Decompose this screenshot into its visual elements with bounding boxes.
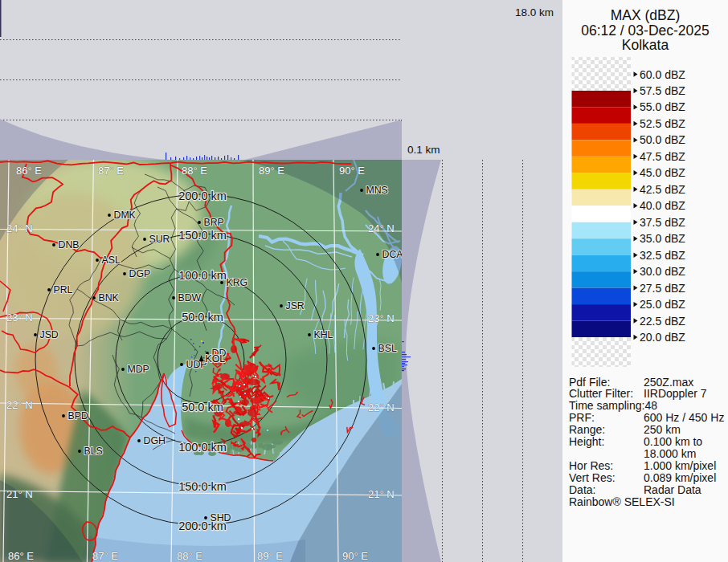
svg-text:Vert Res:: Vert Res:: [569, 471, 616, 484]
svg-text:ASL: ASL: [102, 255, 121, 266]
svg-text:22° N: 22° N: [368, 401, 395, 413]
svg-text:88° E: 88° E: [182, 165, 207, 177]
svg-text:100.0 km: 100.0 km: [178, 441, 227, 454]
svg-text:Range:: Range:: [569, 423, 605, 436]
svg-text:BLS: BLS: [84, 446, 103, 457]
svg-text:24° N: 24° N: [368, 222, 395, 234]
svg-text:IIRDoppler 7: IIRDoppler 7: [644, 387, 707, 400]
svg-text:Hor Res:: Hor Res:: [569, 459, 613, 472]
svg-text:Kolkata: Kolkata: [622, 37, 669, 53]
svg-text:JSD: JSD: [40, 329, 59, 340]
svg-text:250 km: 250 km: [644, 423, 681, 436]
svg-text:100.0 km: 100.0 km: [178, 269, 227, 282]
svg-text:MNS: MNS: [366, 185, 388, 196]
svg-text:42.5 dBZ: 42.5 dBZ: [640, 183, 685, 196]
svg-text:1.000 km/pixel: 1.000 km/pixel: [644, 459, 716, 472]
svg-text:KOL: KOL: [206, 353, 226, 364]
svg-text:PRF:: PRF:: [569, 411, 595, 424]
svg-text:Rainbow® SELEX-SI: Rainbow® SELEX-SI: [569, 495, 675, 508]
svg-text:47.5 dBZ: 47.5 dBZ: [640, 150, 685, 163]
svg-text:SUR: SUR: [149, 234, 170, 245]
svg-text:21° N: 21° N: [368, 488, 395, 500]
svg-text:18.0 km: 18.0 km: [515, 6, 554, 18]
svg-text:Time sampling:48: Time sampling:48: [569, 399, 657, 412]
svg-text:23° N: 23° N: [368, 312, 395, 324]
svg-text:50.0 km: 50.0 km: [182, 311, 223, 324]
svg-text:90° E: 90° E: [339, 165, 365, 177]
svg-text:87° E: 87° E: [98, 165, 124, 177]
svg-text:37.5 dBZ: 37.5 dBZ: [640, 216, 685, 229]
svg-text:UDP: UDP: [186, 359, 207, 370]
svg-text:27.5 dBZ: 27.5 dBZ: [640, 282, 685, 295]
svg-text:150.0 km: 150.0 km: [178, 229, 227, 242]
svg-text:89° E: 89° E: [259, 165, 284, 177]
svg-text:32.5 dBZ: 32.5 dBZ: [640, 249, 685, 262]
svg-text:DGH: DGH: [144, 435, 166, 446]
svg-text:Radar Data: Radar Data: [644, 483, 701, 496]
svg-text:BDW: BDW: [178, 292, 202, 303]
svg-text:DMK: DMK: [114, 210, 137, 221]
svg-text:86° E: 86° E: [16, 165, 42, 177]
svg-text:PRL: PRL: [54, 284, 73, 295]
svg-text:55.0 dBZ: 55.0 dBZ: [640, 100, 685, 113]
svg-text:BSL: BSL: [378, 343, 397, 354]
svg-text:30.0 dBZ: 30.0 dBZ: [640, 265, 685, 278]
svg-text:23° N: 23° N: [6, 312, 33, 324]
svg-text:Height:: Height:: [569, 435, 604, 448]
svg-text:MAX (dBZ): MAX (dBZ): [611, 7, 681, 23]
svg-text:52.5 dBZ: 52.5 dBZ: [640, 117, 685, 130]
svg-text:Pdf File:: Pdf File:: [569, 376, 610, 389]
svg-text:90° E: 90° E: [342, 550, 368, 562]
svg-text:0.1 km: 0.1 km: [407, 144, 440, 156]
svg-text:06:12 / 03-Dec-2025: 06:12 / 03-Dec-2025: [581, 22, 710, 39]
svg-text:24° N: 24° N: [6, 222, 33, 234]
svg-text:57.5 dBZ: 57.5 dBZ: [640, 84, 685, 97]
svg-text:SHD: SHD: [211, 512, 231, 523]
svg-text:Data:: Data:: [569, 483, 595, 496]
svg-text:35.0 dBZ: 35.0 dBZ: [640, 232, 685, 245]
svg-text:BNK: BNK: [99, 292, 120, 303]
svg-text:88° E: 88° E: [177, 550, 202, 562]
svg-text:22° N: 22° N: [6, 399, 33, 411]
svg-text:25.0 dBZ: 25.0 dBZ: [640, 298, 685, 311]
svg-text:20.0 dBZ: 20.0 dBZ: [640, 331, 685, 344]
svg-text:0.100 km to: 0.100 km to: [644, 435, 702, 448]
svg-text:60.0 dBZ: 60.0 dBZ: [640, 68, 685, 81]
svg-text:22.5 dBZ: 22.5 dBZ: [640, 315, 685, 328]
svg-text:50.0 km: 50.0 km: [182, 401, 223, 413]
svg-text:MDP: MDP: [128, 364, 149, 375]
svg-text:KRG: KRG: [227, 277, 248, 288]
svg-text:18.000 km: 18.000 km: [644, 447, 696, 460]
svg-text:BRP: BRP: [204, 217, 224, 228]
svg-text:40.0 dBZ: 40.0 dBZ: [640, 199, 685, 212]
svg-text:250Z.max: 250Z.max: [644, 376, 693, 389]
svg-text:86° E: 86° E: [8, 550, 34, 562]
svg-text:DCA: DCA: [382, 249, 404, 260]
svg-text:KHL: KHL: [314, 329, 333, 340]
svg-text:50.0 dBZ: 50.0 dBZ: [640, 133, 685, 146]
svg-text:0.089 km/pixel: 0.089 km/pixel: [644, 471, 716, 484]
svg-text:87° E: 87° E: [92, 550, 118, 562]
svg-text:BPD: BPD: [68, 410, 88, 422]
svg-text:DGP: DGP: [129, 268, 151, 279]
svg-text:Clutter Filter:: Clutter Filter:: [569, 387, 633, 400]
svg-text:600 Hz / 450 Hz: 600 Hz / 450 Hz: [644, 411, 724, 424]
svg-text:DNB: DNB: [59, 239, 80, 250]
svg-text:JSR: JSR: [286, 300, 305, 312]
svg-text:45.0 dBZ: 45.0 dBZ: [640, 166, 685, 179]
svg-text:89° E: 89° E: [257, 550, 283, 562]
svg-text:21° N: 21° N: [6, 488, 33, 500]
svg-text:200.0 km: 200.0 km: [178, 189, 227, 202]
svg-text:150.0 km: 150.0 km: [178, 480, 227, 493]
